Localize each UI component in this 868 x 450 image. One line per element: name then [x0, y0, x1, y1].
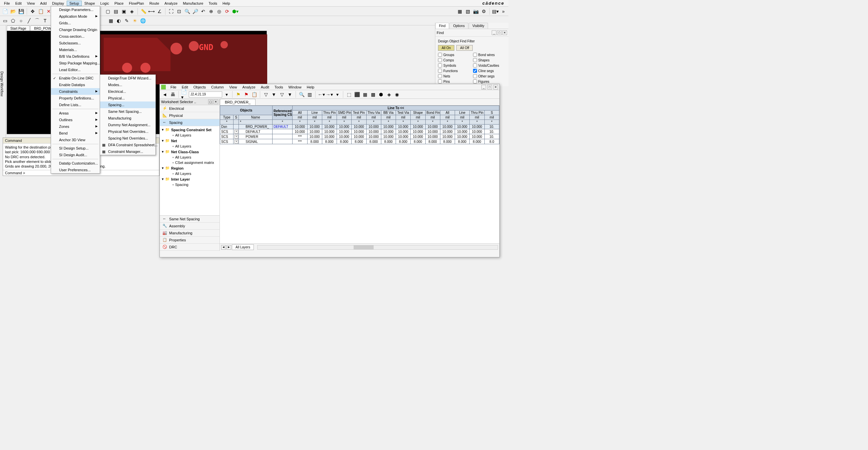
find-checkbox[interactable]: Symbols — [438, 63, 471, 67]
setup-item[interactable]: Zones▶ — [51, 123, 100, 130]
tree-node[interactable]: ▾📁Net — [160, 138, 219, 144]
setup-item[interactable]: Datatip Customization... — [51, 160, 100, 167]
menu-view[interactable]: View — [24, 1, 38, 6]
menu-display[interactable]: Display — [50, 1, 67, 6]
refresh-icon[interactable]: ⟳ — [223, 8, 231, 15]
cm-back-icon[interactable]: ◄ — [161, 91, 168, 98]
setup-item[interactable]: Lead Editor... — [51, 66, 100, 73]
find-checkbox[interactable]: Cline segs — [473, 69, 506, 73]
tree-leaf[interactable]: ▫All Layers — [166, 171, 219, 176]
ws-close-icon[interactable]: ✕ — [214, 99, 218, 104]
cm-hscrollbar[interactable] — [257, 245, 498, 250]
menu-file[interactable]: File — [1, 1, 13, 6]
sheet-first-icon[interactable]: ◄ — [221, 245, 226, 250]
measure-icon[interactable]: 📏 — [140, 8, 147, 15]
find-checkbox[interactable]: Figures — [473, 80, 506, 84]
zoom-fit-icon[interactable]: ⛶ — [167, 8, 175, 15]
cm-menu-column[interactable]: Column — [209, 85, 226, 90]
find-checkbox[interactable]: Bond wires — [473, 53, 506, 57]
ws-section[interactable]: 📐Physical — [160, 112, 219, 119]
poly-tool-icon[interactable]: ⬠ — [9, 17, 17, 24]
tree-leaf[interactable]: ▫All Layers — [166, 132, 219, 138]
constraints-item[interactable]: Physical Net Overrides... — [100, 128, 155, 135]
setup-item[interactable]: Areas▶ — [51, 110, 100, 117]
ws-pin-icon[interactable]: ▢ — [208, 99, 213, 104]
setup-item[interactable]: SI Design Audit... — [51, 152, 100, 158]
cm-maximize-icon[interactable]: □ — [487, 85, 492, 89]
cm-close-icon[interactable]: ✕ — [493, 85, 498, 89]
find-checkbox[interactable]: Functions — [438, 69, 471, 73]
ws-bottom-section[interactable]: 🏭Manufacturing — [160, 230, 219, 237]
setup-item[interactable]: Step Package Mapping... — [51, 60, 100, 66]
find-tab-options[interactable]: Options — [450, 23, 468, 29]
cm-filter2-icon[interactable]: ▼ — [270, 91, 278, 98]
setup-item[interactable]: Enable Datatips — [51, 82, 100, 88]
zoom-sel-icon[interactable]: ◎ — [216, 8, 223, 15]
layer-icon[interactable]: ▦ — [107, 17, 115, 24]
find-checkbox[interactable]: Nets — [438, 74, 471, 78]
setup-item[interactable]: User Preferences... — [51, 167, 100, 173]
setup-item[interactable]: Subclasses... — [51, 40, 100, 47]
find-checkbox[interactable]: Voids/Cavities — [473, 63, 506, 67]
maximize-icon[interactable]: □ — [497, 30, 502, 35]
zoom-out-icon[interactable]: 🔎 — [191, 8, 199, 15]
cm-filter4-icon[interactable]: ▼ — [286, 91, 293, 98]
menu-setup[interactable]: Setup — [67, 1, 82, 6]
cm-prev-icon[interactable]: ←▾ — [317, 91, 325, 98]
ws-tree[interactable]: ▾📁Spacing Constraint Set▫All Layers▾📁Net… — [160, 126, 219, 215]
tree-leaf[interactable]: ▫CSet assignment matrix — [166, 160, 219, 165]
text-tool-icon[interactable]: T — [41, 17, 49, 24]
cm-menu-view[interactable]: View — [226, 85, 240, 90]
cm-address-input[interactable] — [189, 91, 222, 97]
setup-item[interactable]: Property Definitions... — [51, 95, 100, 101]
all-on-button[interactable]: All On — [438, 45, 454, 51]
ws-bottom-section[interactable]: ↔Same Net Spacing — [160, 216, 219, 223]
cm-menu-tools[interactable]: Tools — [272, 85, 286, 90]
ws-bottom-section[interactable]: 📋Properties — [160, 237, 219, 244]
cm-next-icon[interactable]: →▾ — [326, 91, 333, 98]
find-checkbox[interactable]: Pins — [438, 80, 471, 84]
open-icon[interactable]: 📂 — [9, 8, 17, 15]
setup-item[interactable]: Grids... — [51, 20, 100, 26]
constraints-item[interactable]: Modes... — [100, 82, 155, 88]
find-checkbox[interactable]: Shapes — [473, 58, 506, 62]
expand-icon[interactable]: » — [500, 8, 507, 15]
cm-filter3-icon[interactable]: ▽ — [278, 91, 285, 98]
tool2-icon[interactable]: ▤ — [112, 8, 119, 15]
cm-more-icon[interactable]: ▾ — [334, 91, 341, 98]
cm-print-icon[interactable]: 🖶 — [169, 91, 177, 98]
tree-node[interactable]: ▾📁Inter Layer — [160, 176, 219, 182]
dim-icon[interactable]: ⟷ — [148, 8, 155, 15]
setup-item[interactable]: Cross-section... — [51, 33, 100, 40]
table-row[interactable]: SCS+SIGNAL***8.0008.0008.0008.0008.0008.… — [220, 139, 499, 144]
constraints-item[interactable]: Physical... — [100, 95, 155, 101]
setup-item[interactable]: Constraints▶ — [51, 88, 100, 95]
constraints-item[interactable]: Dummy Net Assignment... — [100, 121, 155, 128]
globe-icon[interactable]: 🌐 — [139, 17, 147, 24]
cm-t2-icon[interactable]: ⬛ — [353, 91, 361, 98]
cm-dropdown-icon[interactable]: ▾ — [223, 91, 230, 98]
cm-doc-icon[interactable]: 📋 — [250, 91, 258, 98]
design-workflow-rail[interactable]: Design Workflow — [0, 25, 6, 139]
cm-menu-help[interactable]: Help — [304, 85, 317, 90]
cm-filter1-icon[interactable]: ▽ — [262, 91, 270, 98]
circle-tool-icon[interactable]: ○ — [17, 17, 25, 24]
cm-file-icon[interactable]: 📄▾ — [181, 91, 188, 98]
find-checkbox[interactable]: Comps — [438, 58, 471, 62]
menu-help[interactable]: Help — [220, 1, 233, 6]
cm-menu-file[interactable]: File — [168, 85, 179, 90]
setup-item[interactable]: Bend▶ — [51, 130, 100, 137]
line-tool-icon[interactable]: ╱ — [25, 17, 33, 24]
tree-leaf[interactable]: ▫Spacing — [166, 182, 219, 187]
menu-logic[interactable]: Logic — [98, 1, 112, 6]
setup-item[interactable]: Outlines▶ — [51, 117, 100, 123]
zoom-in-icon[interactable]: 🔍 — [184, 8, 191, 15]
cm-grid[interactable]: ObjectsReferencedSpacing CSetLine To <<A… — [220, 106, 499, 243]
tree-node[interactable]: ▾📁Region — [160, 165, 219, 171]
constraints-item[interactable]: Electrical... — [100, 88, 155, 95]
tool3-icon[interactable]: ▣ — [120, 8, 127, 15]
table-row[interactable]: SCS+DEFAULT10.00010.00010.00010.00010.00… — [220, 129, 499, 134]
cm-tool-icon[interactable]: ▥ — [306, 91, 313, 98]
cm-t7-icon[interactable]: ◉ — [393, 91, 401, 98]
tool1-icon[interactable]: ▢ — [104, 8, 112, 15]
